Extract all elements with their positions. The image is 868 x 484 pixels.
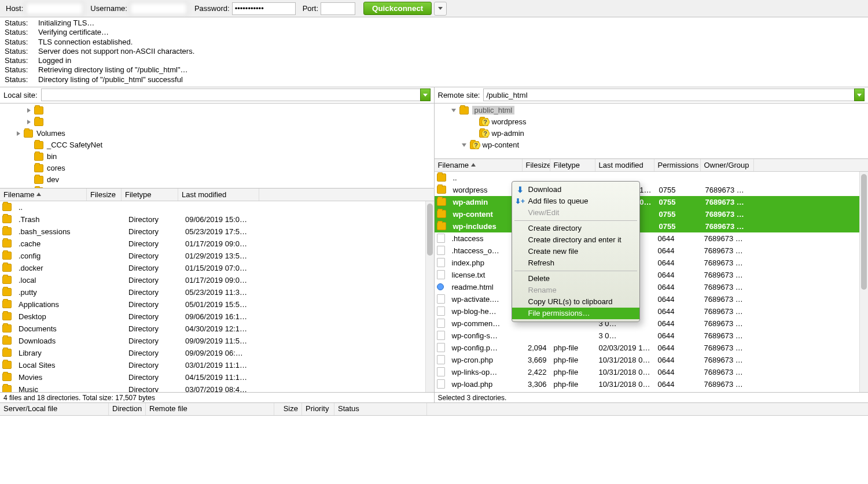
file-row[interactable]: wordpressDirectory12/13/2018 1…075576896…: [435, 184, 869, 196]
file-row[interactable]: LibraryDirectory09/09/2019 06:…: [0, 347, 434, 359]
local-site-dropdown[interactable]: [420, 88, 431, 101]
disclosure-icon[interactable]: [451, 107, 457, 113]
file-row[interactable]: wp-activate.…3 0…06447689673 …: [435, 293, 869, 305]
col-filesize[interactable]: Filesize: [87, 189, 122, 201]
file-row[interactable]: .configDirectory01/29/2019 13:5…: [0, 250, 434, 262]
file-row[interactable]: DocumentsDirectory04/30/2019 12:1…: [0, 323, 434, 335]
scroll-thumb[interactable]: [861, 174, 867, 290]
tree-item[interactable]: _CCC SafetyNet: [0, 139, 434, 151]
file-row[interactable]: .htaccess3 0…06447689673 …: [435, 232, 869, 245]
quickconnect-history-dropdown[interactable]: [434, 2, 447, 16]
file-row[interactable]: .localDirectory01/17/2019 09:0…: [0, 274, 434, 286]
disclosure-icon[interactable]: [25, 119, 32, 125]
tree-item[interactable]: wp-content: [435, 139, 869, 151]
scroll-thumb[interactable]: [427, 204, 433, 256]
disclosure-icon[interactable]: [15, 130, 21, 136]
username-input[interactable]: [130, 2, 187, 15]
col-filename[interactable]: Filename: [0, 189, 87, 201]
file-row[interactable]: .dockerDirectory01/15/2019 07:0…: [0, 262, 434, 274]
ctx-refresh[interactable]: Refresh: [512, 257, 639, 269]
remote-site-input[interactable]: [483, 88, 855, 101]
file-row[interactable]: MusicDirectory03/07/2019 08:4…: [0, 383, 434, 392]
local-file-list[interactable]: ...TrashDirectory09/06/2019 15:0….bash_s…: [0, 201, 434, 392]
file-row[interactable]: ..: [0, 201, 434, 213]
file-row[interactable]: wp-commen…3 0…06447689673 …: [435, 317, 869, 330]
ctx-file-permissions[interactable]: File permissions…: [512, 308, 639, 319]
tree-item[interactable]: [0, 105, 434, 116]
tree-item[interactable]: Volumes: [0, 128, 434, 139]
ctx-copy-url[interactable]: Copy URL(s) to clipboard: [512, 296, 639, 308]
file-row[interactable]: wp-cron.php3,669php-file10/31/2018 0…064…: [435, 354, 869, 366]
col-lastmodified[interactable]: Last modified: [178, 189, 259, 201]
file-row[interactable]: wp-blog-he…3 0…06447689673 …: [435, 305, 869, 317]
tree-item[interactable]: bin: [0, 151, 434, 162]
col-lastmodified[interactable]: Last modified: [595, 159, 654, 171]
file-row[interactable]: wp-config-s…3 0…06447689673 …: [435, 330, 869, 342]
file-row[interactable]: readme.html3 0…06447689673 …: [435, 281, 869, 293]
tree-item[interactable]: wordpress: [435, 116, 869, 128]
col-filetype[interactable]: Filetype: [550, 159, 595, 171]
port-input[interactable]: [321, 2, 355, 15]
disclosure-icon[interactable]: [25, 107, 32, 113]
remote-tree[interactable]: public_htmlwordpresswp-adminwp-content: [435, 104, 869, 159]
ctx-download[interactable]: ⬇Download: [512, 184, 639, 195]
queue-col-direction[interactable]: Direction: [109, 403, 146, 415]
tree-item[interactable]: public_html: [435, 105, 869, 116]
queue-col-remote[interactable]: Remote file: [146, 403, 274, 415]
quickconnect-button[interactable]: Quickconnect: [363, 2, 432, 15]
file-row[interactable]: wp-content07557689673 …: [435, 208, 869, 220]
ctx-delete[interactable]: Delete: [512, 273, 639, 285]
file-row[interactable]: .cacheDirectory01/17/2019 09:0…: [0, 238, 434, 250]
queue-col-size[interactable]: Size: [274, 403, 302, 415]
remote-site-dropdown[interactable]: [854, 88, 865, 101]
local-tree[interactable]: Volumes_CCC SafetyNetbincoresdevetc: [0, 104, 434, 189]
col-filename[interactable]: Filename: [435, 159, 523, 171]
ctx-create-file[interactable]: Create new file: [512, 246, 639, 257]
tree-item[interactable]: wp-admin: [435, 128, 869, 139]
file-row[interactable]: MoviesDirectory04/15/2019 11:1…: [0, 371, 434, 383]
file-row[interactable]: DesktopDirectory09/06/2019 16:1…: [0, 311, 434, 323]
disclosure-icon[interactable]: [25, 142, 32, 148]
file-row[interactable]: wp-adminDirectory10/31/2018 0…0755768967…: [435, 196, 869, 208]
disclosure-icon[interactable]: [25, 165, 32, 171]
col-filesize[interactable]: Filesize: [523, 159, 550, 171]
queue-col-priority[interactable]: Priority: [302, 403, 334, 415]
password-input[interactable]: [232, 2, 296, 15]
disclosure-icon[interactable]: [25, 176, 32, 183]
file-row[interactable]: ..: [435, 172, 869, 184]
ctx-create-dir-enter[interactable]: Create directory and enter it: [512, 234, 639, 246]
tree-item[interactable]: cores: [0, 162, 434, 174]
queue-col-status[interactable]: Status: [334, 403, 427, 415]
file-row[interactable]: index.php3 0…06447689673 …: [435, 257, 869, 269]
file-row[interactable]: Local SitesDirectory03/01/2019 11:1…: [0, 359, 434, 371]
disclosure-icon[interactable]: [25, 153, 32, 160]
ctx-create-dir[interactable]: Create directory: [512, 223, 639, 234]
file-row[interactable]: .TrashDirectory09/06/2019 15:0…: [0, 213, 434, 226]
col-filetype[interactable]: Filetype: [122, 189, 178, 201]
file-row[interactable]: ApplicationsDirectory05/01/2019 15:5…: [0, 298, 434, 311]
file-row[interactable]: .puttyDirectory05/23/2019 11:3…: [0, 286, 434, 298]
disclosure-icon[interactable]: [461, 142, 468, 148]
queue-body[interactable]: [0, 416, 868, 460]
queue-col-file[interactable]: Server/Local file: [0, 403, 109, 415]
file-row[interactable]: wp-links-op…2,422php-file10/31/2018 0…06…: [435, 366, 869, 378]
ctx-add-queue[interactable]: ⬇+Add files to queue: [512, 195, 639, 207]
remote-file-list[interactable]: ..wordpressDirectory12/13/2018 1…0755768…: [435, 172, 869, 392]
scrollbar[interactable]: [425, 201, 434, 392]
file-row[interactable]: .bash_sessionsDirectory05/23/2019 17:5…: [0, 226, 434, 238]
disclosure-icon[interactable]: [470, 119, 477, 125]
remote-file-header[interactable]: Filename Filesize Filetype Last modified…: [435, 159, 869, 172]
tree-item[interactable]: dev: [0, 174, 434, 186]
file-row[interactable]: wp-load.php3,306php-file10/31/2018 0…064…: [435, 378, 869, 390]
col-permissions[interactable]: Permissions: [654, 159, 701, 171]
file-row[interactable]: license.txt3 0…06447689673 …: [435, 269, 869, 281]
scrollbar[interactable]: [859, 172, 868, 392]
file-row[interactable]: wp-config.p…2,094php-file02/03/2019 1…06…: [435, 342, 869, 354]
local-file-header[interactable]: Filename Filesize Filetype Last modified: [0, 189, 434, 201]
host-input[interactable]: [25, 2, 83, 15]
col-owner[interactable]: Owner/Group: [701, 159, 754, 171]
disclosure-icon[interactable]: [470, 130, 477, 136]
queue-header[interactable]: Server/Local file Direction Remote file …: [0, 403, 868, 416]
tree-item[interactable]: [0, 116, 434, 128]
file-row[interactable]: .htaccess_o…3 0…06447689673 …: [435, 245, 869, 257]
